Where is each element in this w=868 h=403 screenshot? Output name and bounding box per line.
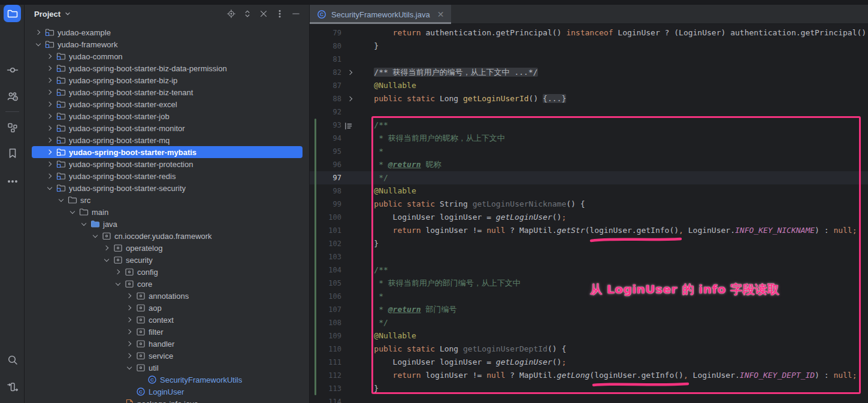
chevron-right-icon[interactable] [44,62,55,74]
code-line-102[interactable]: 102 } [310,237,868,250]
inout-box-icon[interactable] [4,378,21,395]
chevron-right-icon[interactable] [124,314,134,326]
code-line-82[interactable]: 82 /** 获得当前用户的编号，从上下文中 ...*/ [310,66,868,79]
folder-icon[interactable] [4,5,21,22]
tree-item-util[interactable]: util [25,362,309,374]
code-line-100[interactable]: 100 LoginUser loginUser = getLoginUser()… [310,211,868,224]
chevron-right-icon[interactable] [44,98,55,110]
tab-close-icon[interactable]: ✕ [437,10,444,19]
chevron-right-icon[interactable] [101,242,111,254]
tree-item-yudao-spring-boot-starter-redis[interactable]: yudao-spring-boot-starter-redis [25,170,309,182]
tree-item-yudao-spring-boot-starter-protection[interactable]: yudao-spring-boot-starter-protection [25,158,309,170]
chevron-down-icon[interactable] [78,218,89,230]
tree-item-yudao-spring-boot-starter-security[interactable]: yudao-spring-boot-starter-security [25,182,309,194]
chevron-right-icon[interactable] [44,122,55,134]
tree-item-core[interactable]: core [25,278,309,290]
code-line-110[interactable]: 110 public static Long getLoginUserDeptI… [310,343,868,356]
code-line-109[interactable]: 109 @Nullable [310,329,868,343]
tree-item-main[interactable]: main [25,206,309,218]
code-line-104[interactable]: 104 /** [310,263,868,277]
tree-item-service[interactable]: service [25,350,309,362]
more-icon[interactable] [4,172,21,190]
chevron-down-icon[interactable] [90,230,100,242]
hide-icon[interactable] [291,9,301,19]
code-line-92[interactable]: 92 [310,105,868,119]
tree-item-operatelog[interactable]: operatelog [25,242,309,254]
code-line-88[interactable]: 88 public static Long getLoginUserId() {… [310,92,868,105]
code-line-113[interactable]: 113 } [310,382,868,395]
locate-icon[interactable] [226,9,236,19]
tree-item-yudao-spring-boot-starter-monitor[interactable]: yudao-spring-boot-starter-monitor [25,122,309,134]
chevron-right-icon[interactable] [124,290,134,302]
chevron-right-icon[interactable] [44,74,55,86]
chevron-down-icon[interactable] [44,182,55,194]
tree-item-yudao-spring-boot-starter-mq[interactable]: yudao-spring-boot-starter-mq [25,134,309,146]
chevron-down-icon[interactable] [64,10,71,17]
tree-item-java[interactable]: java [25,218,309,230]
chevron-right-icon[interactable] [124,326,134,338]
chevron-right-icon[interactable] [44,158,55,170]
code-line-105[interactable]: 105 * 获得当前用户的部门编号，从上下文中 [310,277,868,290]
tree-item-yudao-spring-boot-starter-biz-ip[interactable]: yudao-spring-boot-starter-biz-ip [25,74,309,86]
code-line-93[interactable]: 93 /** [310,119,868,132]
code-line-97[interactable]: 97 */ [310,171,868,184]
code-line-94[interactable]: 94 * 获得当前用户的昵称，从上下文中 [310,132,868,145]
chevron-right-icon[interactable] [124,302,134,314]
tree-item-loginuser[interactable]: CLoginUser [25,386,309,398]
chevron-down-icon[interactable] [67,206,77,218]
fold-chevron-icon[interactable] [347,96,352,101]
code-line-101[interactable]: 101 return loginUser != null ? MapUtil.g… [310,224,868,237]
chevron-right-icon[interactable] [113,266,123,278]
code-line-108[interactable]: 108 */ [310,316,868,329]
tree-item-package-info-java[interactable]: package-info.java [25,398,309,403]
code-line-96[interactable]: 96 * @return 昵称 [310,158,868,171]
code-line-107[interactable]: 107 * @return 部门编号 [310,303,868,316]
tree-item-yudao-spring-boot-starter-job[interactable]: yudao-spring-boot-starter-job [25,110,309,122]
commit-icon[interactable] [4,61,21,78]
tree-item-security[interactable]: security [25,254,309,266]
structure-icon[interactable] [4,119,21,136]
chevron-right-icon[interactable] [44,110,55,122]
expand-all-icon[interactable] [243,9,252,19]
chevron-down-icon[interactable] [101,254,111,266]
tree-item-yudao-spring-boot-starter-mybatis[interactable]: yudao-spring-boot-starter-mybatis [25,146,309,158]
tree-item-yudao-spring-boot-starter-excel[interactable]: yudao-spring-boot-starter-excel [25,98,309,110]
chevron-down-icon[interactable] [56,194,66,206]
code-line-111[interactable]: 111 LoginUser loginUser = getLoginUser()… [310,356,868,369]
tree-item-yudao-framework[interactable]: yudao-framework [25,38,309,50]
code-line-106[interactable]: 106 * [310,290,868,303]
code-line-81[interactable]: 81 [310,53,868,66]
bookmarks-icon[interactable] [4,144,21,162]
tree-item-src[interactable]: src [25,194,309,206]
code-line-98[interactable]: 98 @Nullable [310,184,868,198]
project-panel-title[interactable]: Project [34,10,61,19]
code-line-87[interactable]: 87 @Nullable [310,79,868,92]
code-line-95[interactable]: 95 * [310,145,868,158]
code-editor[interactable]: 79 return authentication.getPrincipal() … [310,24,868,403]
tree-item-filter[interactable]: filter [25,326,309,338]
chevron-right-icon[interactable] [44,86,55,98]
code-line-114[interactable]: 114 [310,395,868,403]
code-line-99[interactable]: 99 public static String getLoginUserNick… [310,198,868,211]
fold-chevron-icon[interactable] [347,70,352,75]
chevron-right-icon[interactable] [44,134,55,146]
chevron-down-icon[interactable] [113,278,123,290]
collapse-all-icon[interactable] [259,9,268,19]
tree-item-securityframeworkutils[interactable]: CSecurityFrameworkUtils [25,374,309,386]
tree-item-config[interactable]: config [25,266,309,278]
tree-item-yudao-example[interactable]: yudao-example [25,26,309,38]
code-line-80[interactable]: 80 } [310,40,868,53]
tree-item-yudao-common[interactable]: yudao-common [25,50,309,62]
code-line-112[interactable]: 112 return loginUser != null ? MapUtil.g… [310,369,868,382]
users-question-icon[interactable]: ? [4,87,21,105]
options-icon[interactable] [275,9,285,19]
tree-item-yudao-spring-boot-starter-biz-data-permission[interactable]: yudao-spring-boot-starter-biz-data-permi… [25,62,309,74]
tree-item-annotations[interactable]: annotations [25,290,309,302]
chevron-right-icon[interactable] [124,350,134,362]
chevron-right-icon[interactable] [33,26,43,38]
chevron-down-icon[interactable] [124,362,134,374]
chevron-right-icon[interactable] [44,146,55,158]
code-line-103[interactable]: 103 [310,250,868,263]
tree-item-cn-iocoder-yudao-framework[interactable]: cn.iocoder.yudao.framework [25,230,309,242]
tree-item-aop[interactable]: aop [25,302,309,314]
